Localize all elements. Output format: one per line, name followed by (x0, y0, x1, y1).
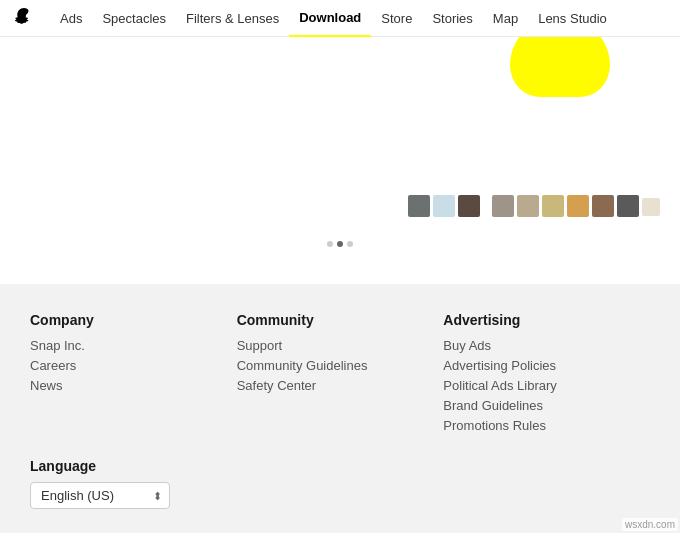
language-select-wrapper: English (US) Español Français Deutsch (30, 482, 170, 509)
navbar: Ads Spectacles Filters & Lenses Download… (0, 0, 680, 37)
nav-link-map[interactable]: Map (483, 0, 528, 37)
swatch-5 (517, 195, 539, 217)
snapchat-logo (12, 6, 36, 30)
footer-link-news[interactable]: News (30, 378, 237, 393)
nav-link-ads[interactable]: Ads (50, 0, 92, 37)
language-label: Language (30, 458, 170, 474)
footer-link-advertising-policies[interactable]: Advertising Policies (443, 358, 650, 373)
color-palette (408, 195, 660, 217)
swatch-9 (617, 195, 639, 217)
dot-3 (347, 241, 353, 247)
nav-link-store[interactable]: Store (371, 0, 422, 37)
swatch-7 (567, 195, 589, 217)
swatch-8 (592, 195, 614, 217)
nav-link-lens-studio[interactable]: Lens Studio (528, 0, 617, 37)
language-select[interactable]: English (US) Español Français Deutsch (30, 482, 170, 509)
footer-link-political-ads[interactable]: Political Ads Library (443, 378, 650, 393)
nav-links: Ads Spectacles Filters & Lenses Download… (50, 0, 668, 37)
nav-link-stories[interactable]: Stories (422, 0, 482, 37)
swatch-1 (408, 195, 430, 217)
swatch-10 (642, 198, 660, 216)
swatch-3 (458, 195, 480, 217)
ghost-illustration (500, 37, 620, 137)
footer: Company Snap Inc. Careers News Community… (0, 284, 680, 533)
footer-link-brand-guidelines[interactable]: Brand Guidelines (443, 398, 650, 413)
main-content (0, 37, 680, 257)
footer-link-community-guidelines[interactable]: Community Guidelines (237, 358, 444, 373)
swatch-4 (492, 195, 514, 217)
footer-col-company: Company Snap Inc. Careers News (30, 312, 237, 438)
footer-col-community: Community Support Community Guidelines S… (237, 312, 444, 438)
ghost-yellow-body (510, 37, 610, 97)
footer-company-title: Company (30, 312, 237, 328)
footer-link-snap-inc[interactable]: Snap Inc. (30, 338, 237, 353)
watermark: wsxdn.com (622, 518, 678, 531)
nav-link-download[interactable]: Download (289, 0, 371, 37)
swatch-6 (542, 195, 564, 217)
dot-1 (327, 241, 333, 247)
language-section: Language English (US) Español Français D… (30, 458, 170, 509)
footer-link-support[interactable]: Support (237, 338, 444, 353)
footer-link-safety-center[interactable]: Safety Center (237, 378, 444, 393)
footer-columns: Company Snap Inc. Careers News Community… (30, 312, 650, 438)
footer-advertising-title: Advertising (443, 312, 650, 328)
nav-link-spectacles[interactable]: Spectacles (92, 0, 176, 37)
footer-link-promotions-rules[interactable]: Promotions Rules (443, 418, 650, 433)
footer-link-buy-ads[interactable]: Buy Ads (443, 338, 650, 353)
footer-bottom: Language English (US) Español Français D… (30, 458, 650, 509)
swatch-2 (433, 195, 455, 217)
dot-2 (337, 241, 343, 247)
footer-link-careers[interactable]: Careers (30, 358, 237, 373)
nav-link-filters-lenses[interactable]: Filters & Lenses (176, 0, 289, 37)
footer-community-title: Community (237, 312, 444, 328)
scroll-indicator (327, 241, 353, 247)
footer-col-advertising: Advertising Buy Ads Advertising Policies… (443, 312, 650, 438)
